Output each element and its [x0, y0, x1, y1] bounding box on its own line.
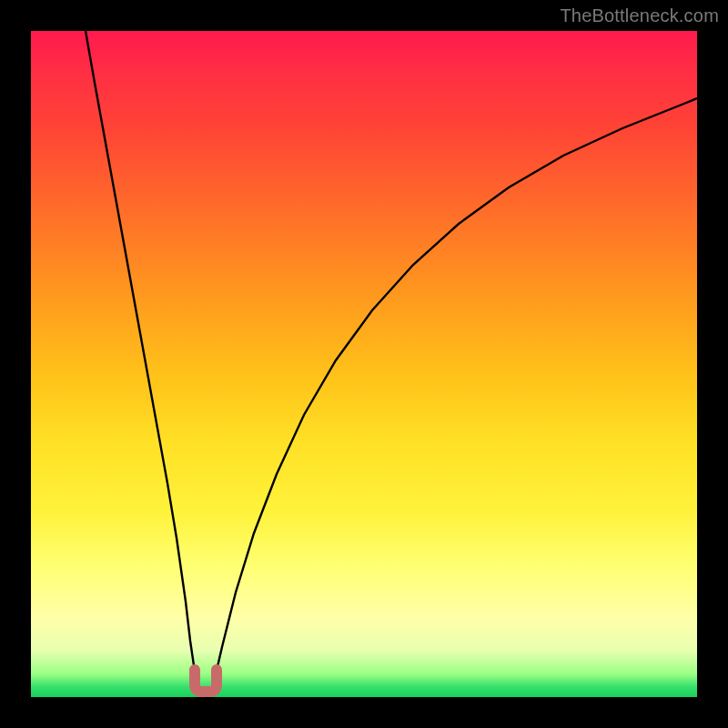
watermark-text: TheBottleneck.com — [560, 5, 719, 26]
chart-frame: TheBottleneck.com — [0, 0, 728, 728]
cusp-marker — [195, 670, 217, 692]
bottleneck-curve — [31, 31, 697, 697]
curve-right-branch — [213, 98, 697, 686]
curve-left-branch — [86, 31, 197, 686]
plot-area — [31, 31, 697, 697]
